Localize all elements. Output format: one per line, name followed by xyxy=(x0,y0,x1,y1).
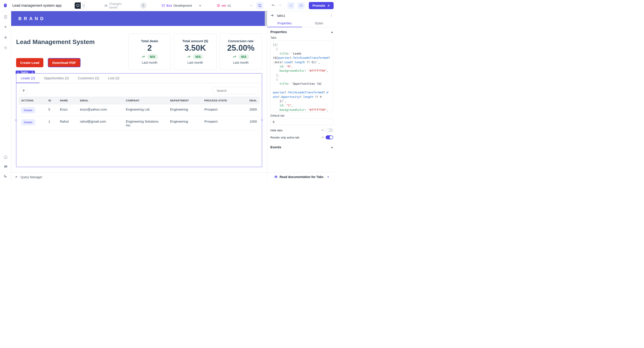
svg-point-4 xyxy=(291,4,292,5)
stat-value: 2 xyxy=(147,43,152,53)
caret-up-icon: ▲ xyxy=(331,146,333,149)
table-row[interactable]: Details 1 Rahul rahul@gmail.com Engineer… xyxy=(18,116,260,131)
th-name[interactable]: NAME xyxy=(57,97,77,104)
cursor-icon[interactable] xyxy=(3,25,8,29)
th-actions[interactable]: ACTIONS xyxy=(18,97,46,104)
app-name[interactable]: Lead management system app xyxy=(12,3,64,7)
svg-point-7 xyxy=(301,5,302,6)
save-status: Changes saved xyxy=(104,2,130,9)
tab-customers[interactable]: Customers (2) xyxy=(73,73,104,83)
env-value: Development xyxy=(174,4,192,7)
theme-icon[interactable] xyxy=(3,174,8,178)
details-button[interactable]: Details xyxy=(21,107,35,113)
docs-link[interactable]: Read documentation for Tabs xyxy=(267,172,336,181)
hide-tabs-toggle[interactable] xyxy=(326,128,333,132)
tab-leads[interactable]: Leads (2) xyxy=(16,73,39,83)
svg-point-10 xyxy=(5,47,6,48)
search-input-wrap[interactable] xyxy=(212,87,258,94)
th-id[interactable]: ID xyxy=(46,97,57,104)
details-button[interactable]: Details xyxy=(21,120,35,125)
th-department[interactable]: DEPARTMENT xyxy=(168,97,202,104)
svg-point-6 xyxy=(291,6,292,7)
chat-icon[interactable] xyxy=(3,165,8,169)
inspector-tab-styles[interactable]: Styles xyxy=(302,20,336,27)
cell-id: 5 xyxy=(46,104,57,116)
inspector-title: tabs1 xyxy=(277,14,327,17)
promote-label: Promote xyxy=(312,4,325,7)
support-icon[interactable] xyxy=(3,155,8,160)
render-only-toggle[interactable] xyxy=(326,135,333,139)
label-hide-tabs: Hide tabs xyxy=(270,129,283,132)
tabs-code-editor[interactable]: {{[ { title: `Leads (${queries?.fetchLea… xyxy=(270,41,333,112)
env-selector[interactable]: Env Development xyxy=(159,3,204,8)
label-render-only: Render only active tab xyxy=(270,136,299,139)
share-button[interactable] xyxy=(287,2,294,9)
stat-value: 3.50K xyxy=(184,43,206,53)
app-logo[interactable] xyxy=(0,0,10,11)
search-input[interactable] xyxy=(217,89,256,92)
preview-button[interactable] xyxy=(298,2,305,9)
version-selector[interactable]: ver v1 xyxy=(217,4,253,7)
download-pdf-button[interactable]: Download PDF xyxy=(48,58,80,67)
scrollbar[interactable] xyxy=(265,11,267,26)
section-events[interactable]: Events ▲ xyxy=(270,145,333,149)
inspector-tab-properties[interactable]: Properties xyxy=(267,20,302,27)
user-avatar-badge[interactable]: I xyxy=(140,2,146,9)
trend-up-icon xyxy=(141,55,145,58)
fx-icon[interactable]: fx xyxy=(322,129,324,132)
svg-rect-2 xyxy=(83,4,84,7)
sync-button[interactable] xyxy=(256,2,263,9)
filter-button[interactable] xyxy=(20,87,28,94)
th-deal[interactable]: DEAL xyxy=(242,97,260,104)
stat-card-conversion: Conversion rate 25.00% N/A Last month xyxy=(220,33,262,70)
label-tabs: Tabs xyxy=(270,36,333,39)
cell-company: Engineering Solutions Inc. xyxy=(123,116,168,131)
svg-rect-0 xyxy=(76,4,79,6)
table-row[interactable]: Details 5 Enzo enzo@yahoo.com Engineerin… xyxy=(18,104,260,116)
resize-handle-left[interactable] xyxy=(15,119,17,121)
desktop-view-button[interactable] xyxy=(75,2,81,9)
save-status-text: Changes saved xyxy=(109,2,130,9)
cell-id: 1 xyxy=(46,116,57,131)
resize-handle-right[interactable] xyxy=(261,119,263,121)
chevron-down-icon xyxy=(199,4,202,7)
th-company[interactable]: COMPANY xyxy=(123,97,168,104)
cell-email: enzo@yahoo.com xyxy=(77,104,123,116)
back-button[interactable] xyxy=(270,13,274,17)
device-switch[interactable] xyxy=(74,2,87,9)
cell-deal: 2000 xyxy=(242,104,260,116)
pages-icon[interactable] xyxy=(3,15,8,19)
debug-icon[interactable] xyxy=(3,35,8,40)
tab-opportunities[interactable]: Opportunities (2) xyxy=(39,73,73,83)
settings-icon[interactable] xyxy=(3,46,8,50)
stat-change: N/A xyxy=(193,54,204,59)
expand-icon[interactable] xyxy=(14,175,18,179)
cell-deal: 1000 xyxy=(242,116,260,131)
kebab-icon[interactable] xyxy=(330,14,333,17)
caret-up-icon: ▲ xyxy=(331,31,333,33)
query-manager-label[interactable]: Query Manager xyxy=(20,175,42,179)
cell-name: Rahul xyxy=(57,116,77,131)
create-lead-button[interactable]: Create Lead xyxy=(16,58,44,67)
svg-rect-3 xyxy=(162,4,164,6)
mobile-view-button[interactable] xyxy=(81,2,87,9)
cell-email: rahul@gmail.com xyxy=(77,116,123,131)
cell-department: Engineering xyxy=(168,116,202,131)
th-email[interactable]: EMAIL xyxy=(77,97,123,104)
undo-button[interactable] xyxy=(271,3,275,7)
trend-up-icon xyxy=(187,55,190,58)
svg-point-11 xyxy=(4,156,7,159)
cell-state: Prospect xyxy=(202,104,242,116)
default-tab-input[interactable] xyxy=(270,119,333,125)
tabs-component[interactable]: Leads (2) Opportunities (2) Customers (2… xyxy=(16,73,262,167)
section-properties[interactable]: Properties ▲ xyxy=(270,30,333,34)
tab-lost[interactable]: Lost (2) xyxy=(104,73,124,83)
stat-card-total-amount: Total amount ($) 3.50K N/A Last month xyxy=(174,33,216,70)
fx-icon[interactable]: fx xyxy=(322,136,324,139)
promote-button[interactable]: Promote xyxy=(309,2,334,9)
label-default-tab: Default tab xyxy=(270,114,333,117)
th-state[interactable]: PROCESS STATE xyxy=(202,97,242,104)
svg-point-5 xyxy=(290,5,290,6)
ver-prefix: ver xyxy=(222,4,226,7)
svg-rect-1 xyxy=(77,6,78,7)
